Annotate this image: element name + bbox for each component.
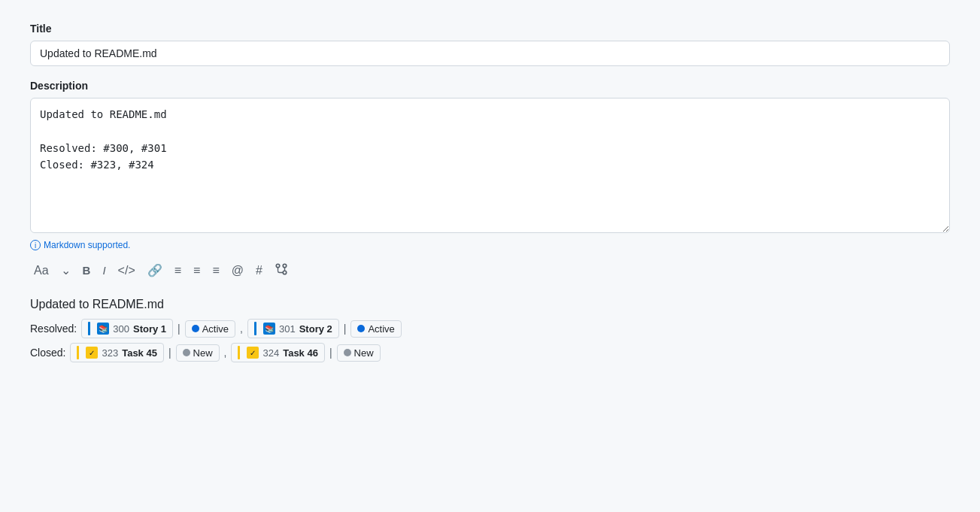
italic-button[interactable]: I [99,262,109,279]
list-icon: ≡ [174,265,181,277]
story2-accent [254,322,256,335]
story2-title: Story 2 [299,323,332,335]
task-list-button[interactable]: ≡ [208,262,223,280]
separator6: | [329,347,332,359]
story2-status-dot [357,325,365,332]
task1-status-label: New [193,347,213,359]
formatting-toolbar: Aa ⌄ B I </> 🔗 ≡ ≡ ≡ @ # [30,256,950,284]
description-section: Description Updated to README.md Resolve… [30,80,950,284]
task2-status-label: New [354,347,374,359]
task2-id: 324 [262,347,279,359]
story1-status-dot [192,325,199,332]
separator3: | [344,323,347,335]
title-section: Title [30,23,950,66]
resolved-row: Resolved: 📚 300 Story 1 | Active , 📚 301… [30,319,950,338]
svg-point-2 [283,264,287,268]
separator4: | [168,347,171,359]
task2-status-chip: New [337,344,381,362]
hash-button[interactable]: # [252,262,266,280]
task1-status-dot [183,349,190,356]
mention-button[interactable]: @ [228,262,247,280]
story1-type-icon: 📚 [97,323,109,335]
resolved-label: Resolved: [30,323,77,335]
closed-row: Closed: ✓ 323 Task 45 | New , ✓ 324 Task… [30,343,950,362]
title-input[interactable] [30,41,950,66]
task2-status-dot [344,349,351,356]
story2-id: 301 [279,323,296,335]
story2-status-chip: Active [350,320,401,338]
story1-id: 300 [113,323,129,335]
chevron-down-icon: ⌄ [61,265,71,277]
story1-title: Story 1 [133,323,166,335]
task1-type-icon: ✓ [86,347,98,359]
info-icon: i [30,240,41,250]
task1-status-chip: New [176,344,220,362]
dropdown-button[interactable]: ⌄ [57,262,74,280]
markdown-hint-row: i Markdown supported. [30,240,950,250]
ordered-list-button[interactable]: ≡ [190,262,204,280]
pr-button[interactable] [271,259,292,281]
link-icon: 🔗 [147,265,162,277]
hash-icon: # [256,265,262,277]
work-items-section: Resolved: 📚 300 Story 1 | Active , 📚 301… [30,319,950,362]
bold-icon: B [83,265,91,276]
markdown-hint-text: Markdown supported. [44,240,130,250]
task-list-icon: ≡ [212,265,219,277]
list-button[interactable]: ≡ [171,262,185,280]
ordered-list-icon: ≡ [193,265,200,277]
link-button[interactable]: 🔗 [144,262,166,280]
code-icon: </> [118,265,135,277]
closed-label: Closed: [30,347,65,359]
story2-status-label: Active [368,323,394,335]
preview-title: Updated to README.md [30,298,950,311]
story1-status-label: Active [202,323,229,335]
mention-icon: @ [232,265,244,277]
task1-chip[interactable]: ✓ 323 Task 45 [70,343,163,362]
format-button[interactable]: Aa [30,262,53,280]
task1-title: Task 45 [122,347,157,359]
task2-title: Task 46 [283,347,318,359]
title-label: Title [30,23,950,35]
task1-id: 323 [102,347,118,359]
description-textarea[interactable]: Updated to README.md Resolved: #300, #30… [30,98,950,233]
story1-status-chip: Active [185,320,235,338]
italic-icon: I [102,265,105,276]
story2-chip[interactable]: 📚 301 Story 2 [247,319,339,338]
task2-chip[interactable]: ✓ 324 Task 46 [231,343,324,362]
story2-type-icon: 📚 [263,323,275,335]
svg-point-0 [276,264,280,268]
separator2: , [240,323,243,335]
bold-button[interactable]: B [79,262,95,279]
pr-icon [275,262,288,278]
format-icon: Aa [34,265,49,277]
task2-accent [238,346,240,359]
task1-accent [77,346,79,359]
story1-accent [88,322,90,335]
svg-point-1 [283,271,287,274]
story1-chip[interactable]: 📚 300 Story 1 [81,319,173,338]
separator1: | [177,323,181,335]
code-button[interactable]: </> [114,262,139,280]
task2-type-icon: ✓ [247,347,259,359]
separator5: , [224,347,227,359]
description-label: Description [30,80,950,92]
